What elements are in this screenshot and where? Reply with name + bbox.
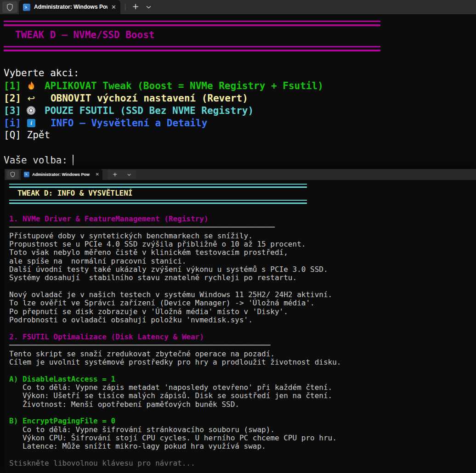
return-arrow-icon: ↩ (26, 93, 37, 104)
terminal-line: A) DisableLastAccess = 1 (9, 375, 341, 383)
new-tab-button[interactable]: + (113, 170, 118, 179)
terminal-line: Toto však nebylo měřeno čistě v klinické… (9, 248, 341, 257)
menu-label: OBNOVIT výchozí nastavení (Revert) (51, 93, 248, 104)
menu-header: Vyberte akci: (4, 67, 79, 79)
powershell-icon: >_ (24, 172, 29, 177)
tab-title: Administrator: Windows Powe (34, 0, 108, 14)
tab-administrator-powershell[interactable]: >_ Administrator: Windows Pow ✕ (21, 169, 102, 180)
terminal-line: Podrobnosti o ovladači obsahují položku … (9, 316, 341, 324)
terminal-line: Po přepnutí se disk zobrazuje v 'Úložná … (9, 308, 341, 316)
text-cursor (73, 155, 74, 165)
terminal-line (9, 366, 341, 375)
title-box-bottom-border (4, 46, 380, 51)
terminal-line: Co to dělá: Vypne šifrování stránkovacíh… (9, 426, 341, 434)
menu-key: [3] (4, 105, 21, 116)
terminal-line: Tento skript se snaží zredukovat zbytečn… (9, 350, 341, 358)
terminal-line (9, 451, 341, 459)
terminal-line: Propustnost se u PCIe 4.0 SSD zvýšila př… (9, 240, 341, 248)
shield-icon (6, 3, 13, 11)
menu-label: INFO — Vysvětlení a Detaily (51, 118, 207, 129)
window2-tab-bar: >_ Administrator: Windows Pow ✕ + (5, 169, 476, 180)
new-tab-button[interactable]: + (130, 0, 142, 14)
fire-icon (26, 81, 37, 91)
shield-icon (10, 171, 15, 178)
title-box-top-border (4, 21, 380, 26)
info-icon: i (26, 119, 37, 127)
window2-info-terminal: >_ Administrator: Windows Pow ✕ + TWEAK … (5, 169, 476, 473)
terminal-line: 2. FSUTIL Optimalizace (Disk Latency & W… (9, 333, 341, 341)
tabbar-separator (125, 4, 125, 11)
tab-dropdown-button[interactable] (143, 0, 153, 14)
terminal-line: Další úvodní testy také ukázaly zvýšení … (9, 265, 341, 274)
terminal-line: Co to dělá: Vypne zápis metadat 'naposle… (9, 383, 341, 392)
terminal-line (9, 282, 341, 291)
menu-key: [i] (4, 118, 21, 129)
info-box-top-border (9, 184, 307, 188)
powershell-icon: >_ (23, 4, 30, 11)
terminal-line: ────────────────────────────────────────… (9, 223, 341, 231)
cd-icon (26, 106, 37, 115)
terminal-line (9, 324, 341, 332)
terminal-line: Výkon: Ušetří se tisíce malých zápisů. D… (9, 392, 341, 400)
terminal-line: ale spíše na normální pracovní stanici. (9, 257, 341, 265)
info-box-bottom-border (9, 200, 307, 204)
menu-item-apply: [1] APLIKOVAT Tweak (Boost = NVMe Regist… (4, 79, 323, 92)
menu-item-fsutil-only: [3] POUZE FSUTIL (SSD Bez NVME Registry) (4, 104, 254, 117)
terminal-line: Systémy dosahují stabilního stavu znatel… (9, 274, 341, 282)
terminal-line: Nový ovladač je v našich testech v systé… (9, 291, 341, 299)
menu-key: [1] (4, 80, 21, 91)
window2-title: TWEAK D: INFO & VYSVĚTLENÍ (17, 189, 132, 197)
menu-item-revert: [2] ↩ OBNOVIT výchozí nastavení (Revert) (4, 92, 248, 104)
close-tab-icon[interactable]: ✕ (111, 4, 116, 10)
terminal-line: Přístupové doby v syntetických benchmark… (9, 232, 341, 240)
tab-actions-panel: + (108, 170, 136, 179)
terminal-line: Latence: Může snížit mikro-lagy pokud hr… (9, 442, 341, 450)
menu-label: APLIKOVAT Tweak (Boost = NVMe Registry +… (45, 80, 323, 91)
terminal-line: B) EncryptPagingFile = 0 (9, 417, 341, 425)
terminal-line: Životnost: Menší opotřebení paměťových b… (9, 400, 341, 409)
terminal-line (9, 409, 341, 417)
window1-title: TWEAK D — NVMe/SSD Boost (15, 29, 154, 40)
admin-shield-button (2, 1, 17, 13)
menu-item-info: [i] i INFO — Vysvětlení a Detaily (4, 117, 207, 129)
terminal-line: 1. NVMe Driver & FeatureManagement (Regi… (9, 215, 341, 223)
input-prompt-label: Vaše volba: (4, 155, 68, 166)
menu-label: POUZE FSUTIL (SSD Bez NVME Registry) (45, 105, 254, 116)
terminal-line: To lze ověřit ve Správci zařízení (Devic… (9, 299, 341, 307)
terminal-line: Cílem je uvolnit systémové prostředky pr… (9, 358, 341, 366)
w2-terminal-lines: 1. NVMe Driver & FeatureManagement (Regi… (9, 215, 341, 467)
close-tab-icon[interactable]: ✕ (96, 172, 99, 177)
chevron-down-icon (146, 6, 151, 9)
terminal-line: Výkon CPU: Šifrování stojí CPU cycles. U… (9, 434, 341, 442)
terminal-line: ────────────────────────────────────────… (9, 341, 341, 349)
chevron-down-icon[interactable] (127, 174, 131, 176)
admin-shield-button (6, 170, 19, 179)
menu-item-back: [Q] Zpět (4, 129, 50, 141)
terminal-line: Stiskněte libovolnou klávesu pro návrat.… (9, 459, 341, 467)
menu-key: [2] (4, 93, 21, 104)
tab-administrator-powershell[interactable]: >_ Administrator: Windows Powe ✕ (19, 0, 120, 14)
tab-title: Administrator: Windows Pow (32, 169, 93, 180)
input-prompt-line[interactable]: Vaše volba: (4, 154, 74, 166)
window1-tab-bar: >_ Administrator: Windows Powe ✕ + (0, 0, 476, 14)
